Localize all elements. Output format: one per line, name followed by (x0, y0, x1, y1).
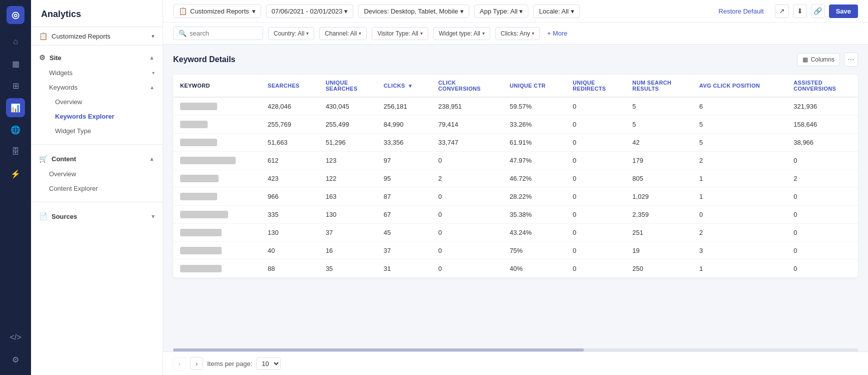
topbar-device-filter[interactable]: Devices: Desktop, Tablet, Mobile ▾ (358, 5, 469, 18)
topbar-report-chevron: ▾ (252, 8, 256, 15)
keyword-details-table: KEYWORD SEARCHES UNIQUESEARCHES CLICKS ▼… (173, 75, 858, 278)
num_search_results-cell: 5 (625, 97, 692, 116)
site-icon: ⚙ (39, 54, 46, 62)
topbar-report-label: Customized Reports (190, 8, 249, 15)
site-label: Site (50, 54, 62, 62)
visitor-filter[interactable]: Visitor Type: All ▾ (372, 27, 428, 40)
sidebar-item-dashboard[interactable]: ▦ (6, 54, 25, 73)
widget-filter[interactable]: Widget type: All ▾ (433, 27, 490, 40)
save-button[interactable]: Save (829, 5, 858, 18)
topbar-date-range[interactable]: 07/06/2021 - 02/01/2023 ▾ (266, 5, 354, 18)
searches-cell: 423 (261, 170, 319, 188)
sidebar-item-chart[interactable]: 📊 (6, 98, 25, 117)
prev-page-button[interactable]: ‹ (173, 357, 186, 370)
col-unique-redirects[interactable]: UNIQUEREDIRECTS (566, 75, 625, 97)
more-options-button[interactable]: ··· (844, 53, 858, 67)
sources-section-header[interactable]: 📄 Sources ▾ (31, 208, 163, 224)
restore-default-button[interactable]: Restore Default (718, 8, 763, 15)
share-button[interactable]: ↗ (775, 4, 789, 18)
columns-icon: ▦ (802, 56, 808, 63)
search-input[interactable] (190, 30, 258, 37)
click_conversions-cell: 0 (431, 152, 503, 170)
device-chevron: ▾ (460, 8, 464, 15)
link-button[interactable]: 🔗 (811, 4, 825, 18)
unique_redirects-cell: 0 (566, 206, 625, 224)
num_search_results-cell: 19 (625, 242, 692, 260)
num_search_results-cell: 42 (625, 134, 692, 152)
content-section-header[interactable]: 🛒 Content ▲ (31, 151, 163, 167)
sidebar-item-keywords[interactable]: Keywords ▲ (31, 80, 163, 95)
sidebar-sub-item-keywords-explorer[interactable]: Keywords Explorer (31, 109, 163, 124)
clicks-filter[interactable]: Clicks: Any ▾ (495, 27, 540, 40)
sidebar-item-content-overview[interactable]: Overview (31, 167, 163, 181)
unique_redirects-cell: 0 (566, 170, 625, 188)
assisted_conversions-cell: 0 (786, 152, 858, 170)
clicks-cell: 97 (377, 152, 431, 170)
unique_searches-cell: 16 (319, 242, 377, 260)
table-row: ████████96616387028.22%01,02910 (173, 188, 858, 206)
clicks-cell: 45 (377, 224, 431, 242)
sources-section: 📄 Sources ▾ (31, 204, 163, 228)
sidebar-divider-2 (31, 202, 163, 202)
table-head: KEYWORD SEARCHES UNIQUESEARCHES CLICKS ▼… (173, 75, 858, 97)
widgets-chevron: ▾ (152, 70, 155, 76)
clicks-cell: 87 (377, 188, 431, 206)
sidebar-item-code[interactable]: </> (6, 328, 25, 347)
col-click-conversions[interactable]: CLICKCONVERSIONS (431, 75, 503, 97)
country-filter[interactable]: Country: All ▾ (268, 27, 314, 40)
col-unique-ctr[interactable]: UNIQUE CTR (503, 75, 566, 97)
visitor-chevron: ▾ (420, 31, 423, 36)
unique_ctr-cell: 75% (503, 242, 566, 260)
sidebar-divider-1 (31, 144, 163, 145)
sidebar-sub-item-widget-type[interactable]: Widget Type (31, 124, 163, 138)
next-page-button[interactable]: › (190, 357, 203, 370)
topbar-apptype-filter[interactable]: App Type: All ▾ (474, 5, 529, 18)
col-keyword[interactable]: KEYWORD (173, 75, 261, 97)
columns-button[interactable]: ▦ Columns (797, 53, 840, 66)
unique_ctr-cell: 43.24% (503, 224, 566, 242)
sidebar-item-content-explorer[interactable]: Content Explorer (31, 181, 163, 196)
searches-cell: 40 (261, 242, 319, 260)
sidebar-item-home[interactable]: ⌂ (6, 32, 25, 51)
col-unique-searches[interactable]: UNIQUESEARCHES (319, 75, 377, 97)
topbar-report-select[interactable]: 📋 Customized Reports ▾ (173, 4, 261, 18)
table-row: █████████1303745043.24%025120 (173, 224, 858, 242)
sidebar-item-plugin[interactable]: ⚡ (6, 164, 25, 183)
click_conversions-cell: 79,414 (431, 116, 503, 134)
searches-cell: 335 (261, 206, 319, 224)
sidebar-title: Analytics (41, 9, 153, 20)
sidebar-sub-item-overview[interactable]: Overview (31, 95, 163, 109)
items-per-page-select[interactable]: 10 25 50 (256, 357, 281, 370)
clicks-filter-label: Clicks: Any (501, 30, 530, 37)
sidebar-item-puzzle[interactable]: ⊞ (6, 76, 25, 95)
assisted_conversions-cell: 158,646 (786, 116, 858, 134)
table-row: ███ █████42312295246.72%080512 (173, 170, 858, 188)
avg_click_position-cell: 0 (692, 206, 787, 224)
search-box: 🔍 (173, 27, 263, 40)
col-num-search-results[interactable]: NUM SEARCHRESULTS (625, 75, 692, 97)
col-clicks[interactable]: CLICKS ▼ (377, 75, 431, 97)
content-overview-label: Overview (49, 170, 76, 178)
clicks-cell: 84,990 (377, 116, 431, 134)
report-select-label[interactable]: Customized Reports (52, 33, 148, 40)
sidebar-item-globe[interactable]: 🌐 (6, 120, 25, 139)
avg_click_position-cell: 5 (692, 116, 787, 134)
site-section-header[interactable]: ⚙ Site ▲ (31, 50, 163, 66)
col-avg-click-position[interactable]: AVG CLICK POSITION (692, 75, 787, 97)
unique_ctr-cell: 28.22% (503, 188, 566, 206)
sidebar-item-database[interactable]: 🗄 (6, 142, 25, 161)
avg_click_position-cell: 6 (692, 97, 787, 116)
clicks-chevron: ▾ (532, 31, 534, 36)
sidebar-item-settings[interactable]: ⚙ (6, 350, 25, 369)
assisted_conversions-cell: 38,966 (786, 134, 858, 152)
channel-filter[interactable]: Channel: All ▾ (319, 27, 367, 40)
filterbar: 🔍 Country: All ▾ Channel: All ▾ Visitor … (163, 23, 868, 45)
report-chevron[interactable]: ▾ (152, 33, 155, 40)
click_conversions-cell: 0 (431, 242, 503, 260)
more-filters-button[interactable]: + More (547, 30, 567, 37)
download-button[interactable]: ⬇ (793, 4, 807, 18)
col-assisted-conversions[interactable]: ASSISTEDCONVERSIONS (786, 75, 858, 97)
sidebar-item-widgets[interactable]: Widgets ▾ (31, 66, 163, 80)
topbar-locale-filter[interactable]: Locale: All ▾ (533, 5, 579, 18)
col-searches[interactable]: SEARCHES (261, 75, 319, 97)
